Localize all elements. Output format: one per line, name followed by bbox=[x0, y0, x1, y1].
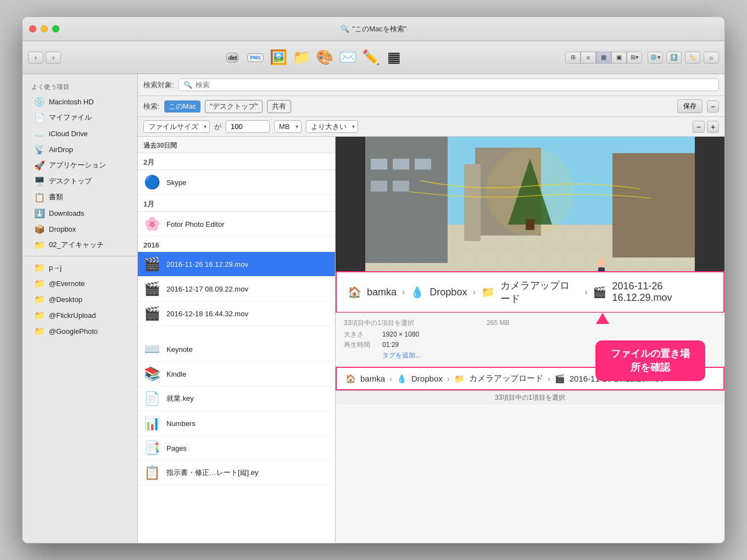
add-tag-link[interactable]: タグを追加... bbox=[382, 351, 421, 360]
at-desktop-icon: 📁 bbox=[35, 294, 44, 304]
field-select[interactable]: ファイルサイズ bbox=[143, 120, 210, 133]
svg-rect-16 bbox=[415, 159, 431, 170]
keynote-item[interactable]: ⌨️ Keynote bbox=[138, 337, 335, 362]
sidebar-item-pj[interactable]: 📁 p→j bbox=[26, 260, 134, 275]
pencil-icon[interactable]: ✏️ bbox=[361, 48, 381, 68]
photo-icon[interactable]: 🖼️ bbox=[269, 48, 288, 68]
sidebar-item-at-desktop[interactable]: 📁 @Desktop bbox=[26, 292, 134, 307]
sidebar-item-documents[interactable]: 📋 書類 bbox=[26, 189, 134, 205]
toolbar-icons: diet PNG 🖼️ 📁 🎨 ✉️ ✏️ ▦ bbox=[65, 48, 561, 68]
svg-rect-14 bbox=[371, 159, 387, 170]
criteria-plus-button[interactable]: + bbox=[707, 121, 719, 133]
more-btn[interactable]: » bbox=[704, 52, 719, 64]
kindle-item[interactable]: 📚 Kindle bbox=[138, 362, 335, 387]
sidebar-item-flickr[interactable]: 📁 @FlickrUpload bbox=[26, 307, 134, 323]
maximize-button[interactable] bbox=[52, 25, 59, 32]
criteria-minus-button[interactable]: − bbox=[693, 121, 705, 133]
sidebar-item-applications[interactable]: 🚀 アプリケーション bbox=[26, 158, 134, 173]
grid-icon[interactable]: ▦ bbox=[384, 48, 404, 68]
bottom-status: 33項目中の1項目を選択 bbox=[336, 390, 724, 405]
folder-breadcrumb-icon: 📁 bbox=[481, 285, 495, 299]
pages-item[interactable]: 📑 Pages bbox=[138, 436, 335, 461]
bottom-sep-3: › bbox=[548, 374, 550, 383]
mov-item-2[interactable]: 🎬 2016-12-17 08.09.22.mov bbox=[138, 277, 335, 301]
keynote-icon: ⌨️ bbox=[143, 340, 161, 358]
sidebar-item-google[interactable]: 📁 @GooglePhoto bbox=[26, 323, 134, 339]
sidebar-item-downloads[interactable]: ⬇️ Downloads bbox=[26, 205, 134, 221]
value-input[interactable] bbox=[226, 120, 270, 133]
mov3-icon: 🎬 bbox=[143, 305, 161, 322]
sidebar-item-dropbox[interactable]: 📦 Dropbox bbox=[26, 221, 134, 237]
breadcrumb-sep-2: › bbox=[472, 287, 475, 297]
file-name: Fotor Photo Editor bbox=[166, 220, 225, 228]
search-input[interactable] bbox=[196, 81, 714, 89]
unit-select[interactable]: MB bbox=[274, 120, 302, 133]
callout-text: ファイルの置き場所を確認 bbox=[611, 348, 690, 373]
search-icon: 🔍 bbox=[341, 25, 349, 33]
bottom-home-label: bamka bbox=[360, 374, 385, 383]
sidebar-item-desktop[interactable]: 🖥️ デスクトップ bbox=[26, 173, 134, 189]
icloud-icon: ☁️ bbox=[35, 128, 44, 138]
minimize-button[interactable] bbox=[41, 25, 48, 32]
numbers-item[interactable]: 📊 Numbers bbox=[138, 411, 335, 436]
titlebar: 🔍 "このMacを検索" bbox=[23, 17, 724, 41]
sidebar-label: @FlickrUpload bbox=[49, 311, 96, 320]
filter-remove-button[interactable]: − bbox=[707, 100, 719, 113]
skype-item[interactable]: 🔵 Skype bbox=[138, 170, 335, 195]
jan-header: 1月 bbox=[138, 195, 335, 212]
numbers-icon: 📊 bbox=[143, 415, 161, 432]
png-icon[interactable]: PNG bbox=[246, 48, 265, 68]
instruction-item[interactable]: 📋 指示書・修正…レート[縦].ey bbox=[138, 461, 335, 485]
mov2-icon: 🎬 bbox=[143, 280, 161, 298]
close-button[interactable] bbox=[29, 25, 36, 32]
diet-icon[interactable]: diet bbox=[222, 48, 242, 68]
sidebar-item-evernote[interactable]: 📁 @Evernote bbox=[26, 276, 134, 291]
bottom-file-icon: 🎬 bbox=[555, 374, 565, 384]
list-view-btn[interactable]: ≡ bbox=[581, 52, 596, 64]
sidebar-item-aicatch[interactable]: 📁 02_アイキャッチ bbox=[26, 237, 134, 253]
tag-btn[interactable]: 🏷️ bbox=[685, 52, 700, 64]
fotor-item[interactable]: 🌸 Fotor Photo Editor bbox=[138, 212, 335, 237]
sidebar-item-my-files[interactable]: 📄 マイファイル bbox=[26, 110, 134, 125]
filter-desktop-tag[interactable]: "デスクトップ" bbox=[205, 100, 263, 113]
search-input-wrapper: 🔍 bbox=[179, 79, 719, 91]
mov-item-3[interactable]: 🎬 2016-12-18 16.44.32.mov bbox=[138, 301, 335, 326]
mail-icon[interactable]: ✉️ bbox=[338, 48, 358, 68]
folder-icon[interactable]: 📁 bbox=[292, 48, 311, 68]
filter-shared-tag[interactable]: 共有 bbox=[267, 100, 291, 113]
comparison-select[interactable]: より大きい bbox=[306, 120, 358, 133]
bottom-sep-1: › bbox=[389, 374, 392, 383]
sidebar-item-icloud[interactable]: ☁️ iCloud Drive bbox=[26, 126, 134, 141]
sidebar-label: Macintosh HD bbox=[49, 98, 94, 106]
action-btn[interactable]: ⚙️▾ bbox=[648, 52, 663, 64]
sidebar-item-macintosh-hd[interactable]: 💿 Macintosh HD bbox=[26, 94, 134, 109]
forward-button[interactable]: › bbox=[46, 52, 61, 64]
traffic-lights bbox=[29, 25, 59, 32]
share-btn[interactable]: ⬆️ bbox=[666, 52, 682, 64]
icon-view-btn[interactable]: ⊞ bbox=[565, 52, 581, 64]
save-button[interactable]: 保存 bbox=[677, 99, 703, 113]
evernote-icon: 📁 bbox=[35, 278, 44, 288]
cover-view-btn[interactable]: ▣ bbox=[611, 52, 627, 64]
texture-icon[interactable]: 🎨 bbox=[315, 48, 335, 68]
pj-icon: 📁 bbox=[35, 262, 44, 272]
callout-box: ファイルの置き場所を確認 bbox=[595, 340, 705, 381]
mov-item-1[interactable]: 🎬 2016-11-26 16.12.29.mov bbox=[138, 252, 335, 277]
back-button[interactable]: ‹ bbox=[28, 52, 43, 64]
sidebar-item-airdrop[interactable]: 📡 AirDrop bbox=[26, 142, 134, 157]
documents-icon: 📋 bbox=[35, 192, 44, 202]
group-view-btn[interactable]: ⊞▾ bbox=[627, 52, 642, 64]
sidebar-label: Dropbox bbox=[49, 225, 76, 233]
feb-header: 2月 bbox=[138, 153, 335, 170]
airdrop-icon: 📡 bbox=[35, 144, 44, 154]
sidebar-label: AirDrop bbox=[49, 145, 73, 154]
hd-icon: 💿 bbox=[35, 97, 44, 107]
search-bar: 検索対象: 🔍 bbox=[138, 74, 724, 96]
window-title: 🔍 "このMacを検索" bbox=[341, 24, 407, 34]
sidebar-label: 書類 bbox=[49, 192, 63, 202]
column-view-btn[interactable]: ▦ bbox=[596, 52, 611, 64]
file-name: Kindle bbox=[166, 370, 186, 378]
filter-this-mac-tag[interactable]: このMac bbox=[164, 100, 201, 113]
sidebar-label: @GooglePhoto bbox=[49, 327, 98, 335]
job-key-item[interactable]: 📄 就業.key bbox=[138, 387, 335, 411]
